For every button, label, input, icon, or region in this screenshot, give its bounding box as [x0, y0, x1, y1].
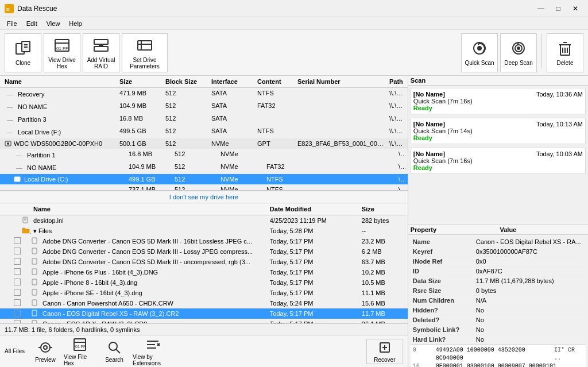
- file-row[interactable]: Apple - iPhone 6s Plus - 16bit (4_3).DNG…: [0, 267, 408, 277]
- scan-entry-date: Today, 10:03 AM: [536, 150, 583, 157]
- maximize-button[interactable]: □: [550, 3, 566, 14]
- col-path: Path: [387, 77, 405, 86]
- title-bar-left: D Data Rescue: [5, 4, 57, 13]
- close-button[interactable]: ✕: [567, 3, 583, 14]
- scan-entry-name: [No Name]: [413, 150, 445, 157]
- file-checkbox[interactable]: [14, 310, 21, 316]
- props-row: Symbolic Link?No: [411, 325, 586, 335]
- quick-scan-button[interactable]: Quick Scan: [461, 33, 498, 72]
- drive-row[interactable]: — Local Drive (F:) 499.5 GB512SATANTFS\\…: [0, 126, 408, 138]
- clone-label: Clone: [16, 60, 30, 66]
- search-button[interactable]: Search: [98, 339, 130, 363]
- svg-rect-31: [14, 177, 20, 181]
- svg-rect-35: [32, 238, 37, 244]
- menu-bar: File Edit View Help: [0, 17, 588, 30]
- minimize-button[interactable]: —: [533, 3, 549, 14]
- drive-row[interactable]: — NO NAME 104.9 MB512SATAFAT32\\.\Physic…: [0, 101, 408, 113]
- view-by-extensions-button[interactable]: View by Extensions: [133, 337, 173, 366]
- scan-entry[interactable]: [No Name] Today, 10:13 AM Quick Scan (7m…: [411, 118, 586, 144]
- file-table-header: Name Date Modified Size: [0, 203, 408, 215]
- menu-help[interactable]: Help: [64, 19, 87, 28]
- props-row: Rsrc Size0 bytes: [411, 286, 586, 296]
- scan-entry[interactable]: [No Name] Today, 10:03 AM Quick Scan (7m…: [411, 148, 586, 174]
- col-block: Block Size: [163, 77, 209, 86]
- view-by-extensions-label: View by Extensions: [133, 354, 173, 366]
- scan-entry-status: Ready: [413, 134, 432, 141]
- toolbar: Clone 01 FF View Drive Hex Add Virtual R…: [0, 30, 588, 76]
- drive-row-selected[interactable]: Local Drive (C:) 499.1 GB512NVMeNTFS\\.\…: [0, 174, 408, 184]
- left-panel: Name Size Block Size Interface Content S…: [0, 76, 408, 367]
- props-panel: Property Value NameCanon - EOS Digital R…: [408, 225, 588, 367]
- menu-view[interactable]: View: [42, 19, 65, 28]
- col-content: Content: [255, 77, 295, 86]
- scan-panel-header: Scan: [408, 76, 588, 86]
- props-row: NameCanon - EOS Digital Rebel XS - RA...: [411, 237, 586, 247]
- recover-button[interactable]: Recover: [366, 339, 403, 364]
- scan-panel: Scan [No Name] Today, 10:36 AM Quick Sca…: [408, 76, 588, 225]
- status-bar: 11.7 MB: 1 file, 6 folders, 0 hardlinks,…: [0, 323, 408, 335]
- file-row[interactable]: Adobe DNG Converter - Canon EOS 5D Mark …: [0, 257, 408, 267]
- hex-panel: 049492A00 10000000 43520200 8C940000II* …: [411, 345, 586, 367]
- props-row: Num ChildrenN/A: [411, 296, 586, 306]
- file-checkbox[interactable]: [14, 248, 21, 254]
- svg-point-56: [109, 342, 117, 350]
- menu-edit[interactable]: Edit: [22, 19, 42, 28]
- preview-button[interactable]: Preview: [29, 339, 61, 363]
- clone-button[interactable]: Clone: [5, 33, 41, 72]
- all-files-label: All Files: [5, 348, 25, 354]
- file-checkbox[interactable]: [14, 268, 21, 275]
- scan-entry-status: Ready: [413, 105, 432, 111]
- file-col-date: Date Modified: [268, 204, 359, 214]
- file-checkbox[interactable]: [14, 237, 21, 244]
- svg-text:01 FF: 01 FF: [56, 46, 68, 51]
- file-row[interactable]: desktop.ini 4/25/2023 11:19 PM 282 bytes: [0, 215, 408, 226]
- file-row-selected[interactable]: Canon - EOS Digital Rebel XS - RAW (3_2)…: [0, 308, 408, 319]
- svg-point-21: [517, 47, 520, 49]
- drive-row[interactable]: — Partition 3 16.8 MB512SATA\\.\Physical…: [0, 113, 408, 126]
- drive-row[interactable]: — NO NAME 104.9 MB512NVMeFAT32\\.\Physic…: [0, 161, 408, 174]
- props-row: ID0xAF87C: [411, 266, 586, 276]
- file-row[interactable]: Adobe DNG Converter - Canon EOS 5D Mark …: [0, 246, 408, 257]
- add-virtual-raid-button[interactable]: Add Virtual RAID: [83, 33, 119, 72]
- window-controls: — □ ✕: [533, 3, 583, 14]
- no-drive-bar[interactable]: I don't see my drive here: [0, 191, 408, 203]
- recover-label: Recover: [374, 357, 395, 363]
- drive-row[interactable]: — Partition 1 16.8 MB512NVMe\\.\Physical…: [0, 149, 408, 161]
- file-checkbox[interactable]: [14, 258, 21, 265]
- menu-file[interactable]: File: [2, 19, 22, 28]
- file-checkbox[interactable]: [14, 289, 21, 296]
- col-serial: Serial Number: [295, 77, 387, 86]
- svg-point-30: [7, 142, 9, 145]
- file-row[interactable]: Canon - EOS-1D X - RAW (3_2).CR2 Today, …: [0, 319, 408, 323]
- scan-entry-type: Quick Scan (7m 16s): [413, 98, 473, 105]
- file-row[interactable]: ▾ Files Today, 5:28 PM --: [0, 226, 408, 236]
- scan-entry-type: Quick Scan (7m 16s): [413, 157, 473, 164]
- drive-row[interactable]: — Recovery 471.9 MB512SATANTFS\\.\Physic…: [0, 88, 408, 101]
- props-row: Hard Link?No: [411, 335, 586, 345]
- file-list: Name Date Modified Size desktop.ini 4/25…: [0, 203, 408, 323]
- scan-entry-name: [No Name]: [413, 121, 445, 128]
- props-row: iNode Ref0x0: [411, 257, 586, 266]
- set-drive-parameters-button[interactable]: Set Drive Parameters: [122, 33, 168, 72]
- file-row[interactable]: Adobe DNG Converter - Canon EOS 5D Mark …: [0, 236, 408, 246]
- svg-rect-37: [32, 258, 37, 264]
- toolbar-right: Quick Scan Deep Scan Delete: [461, 33, 583, 72]
- view-file-hex-button[interactable]: 01 FF View File Hex: [64, 337, 96, 366]
- add-virtual-raid-label: Add Virtual RAID: [86, 57, 117, 69]
- set-drive-parameters-label: Set Drive Parameters: [125, 57, 165, 69]
- view-drive-hex-button[interactable]: 01 FF View Drive Hex: [44, 33, 80, 72]
- scan-entry[interactable]: [No Name] Today, 10:36 AM Quick Scan (7m…: [411, 88, 586, 114]
- delete-button[interactable]: Delete: [547, 33, 583, 72]
- file-col-name: Name: [31, 204, 268, 214]
- svg-rect-40: [32, 289, 37, 295]
- deep-scan-button[interactable]: Deep Scan: [500, 33, 537, 72]
- col-size: Size: [117, 77, 163, 86]
- file-checkbox[interactable]: [14, 299, 21, 306]
- file-row[interactable]: Canon - Canon Powershot A650 - CHDK.CRW …: [0, 298, 408, 308]
- file-row[interactable]: Apple - iPhone SE - 16bit (4_3).dng Toda…: [0, 288, 408, 298]
- file-checkbox[interactable]: [14, 279, 21, 285]
- drive-row[interactable]: — 737.1 MB512NVMeNTFS\\.\PhysicalDrive2: [0, 184, 408, 191]
- scan-entry-status: Ready: [413, 164, 432, 171]
- file-row[interactable]: Apple - iPhone 8 - 16bit (4_3).dng Today…: [0, 277, 408, 288]
- disk-header-row[interactable]: WDC WDS500G2B0C-00PXH0 500.1 GB512NVMeGP…: [0, 138, 408, 149]
